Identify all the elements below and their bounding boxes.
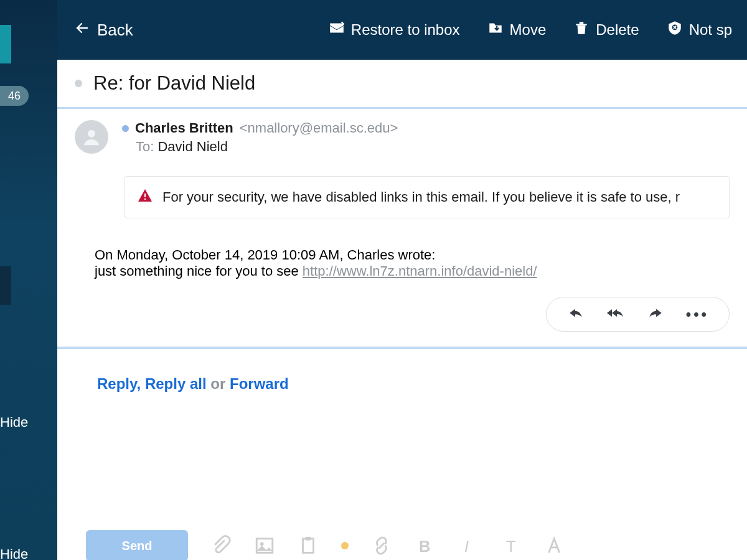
comma-separator: , (137, 375, 141, 392)
email-body: On Monday, October 14, 2019 10:09 AM, Ch… (57, 218, 747, 279)
disabled-link[interactable]: http://www.ln7z.ntnarn.info/david-nield/ (303, 263, 537, 279)
svg-rect-3 (144, 198, 146, 200)
warning-triangle-icon (138, 188, 153, 207)
font-icon[interactable] (545, 535, 566, 556)
image-icon[interactable] (254, 535, 275, 556)
warning-text: For your security, we have disabled link… (162, 189, 680, 205)
more-actions-button[interactable]: ••• (686, 306, 709, 323)
topbar: Back Restore to inbox Move Delete (57, 0, 747, 60)
message-actions-pill: ••• (546, 297, 730, 332)
link-icon[interactable] (371, 535, 392, 556)
status-dot-icon (122, 125, 129, 132)
quote-header: On Monday, October 14, 2019 10:09 AM, Ch… (95, 247, 730, 263)
attachment-icon[interactable] (210, 535, 232, 556)
body-text: just something nice for you to see (95, 263, 303, 279)
svg-point-5 (260, 542, 264, 546)
sender-block: Charles Britten <nmallory@email.sc.edu> … (57, 109, 747, 218)
svg-text:T: T (506, 538, 516, 555)
email-subject: Re: for David Nield (93, 72, 255, 95)
not-spam-button[interactable]: Not sp (667, 20, 732, 40)
send-button[interactable]: Send (86, 530, 188, 560)
trash-icon (573, 20, 590, 40)
sender-email: <nmallory@email.sc.edu> (240, 120, 398, 136)
move-label: Move (510, 21, 547, 39)
sidebar: 46 Hide Hide (0, 0, 57, 560)
reply-link-row: Reply, Reply all or Forward (57, 349, 747, 393)
svg-text:B: B (419, 538, 430, 555)
to-recipient[interactable]: David Nield (157, 139, 228, 154)
forward-icon-button[interactable] (646, 305, 665, 324)
envelope-restore-icon (329, 20, 345, 40)
text-format-icon[interactable]: T (502, 535, 523, 556)
reply-all-link[interactable]: Reply all (145, 375, 207, 392)
svg-point-1 (88, 130, 95, 138)
svg-text:I: I (464, 538, 469, 555)
reply-all-icon-button[interactable] (606, 305, 625, 324)
back-label: Back (97, 21, 133, 40)
reply-link[interactable]: Reply (97, 375, 137, 392)
unread-dot-icon (75, 80, 82, 87)
italic-icon[interactable]: I (458, 535, 479, 556)
not-spam-label: Not sp (689, 21, 732, 39)
delete-button[interactable]: Delete (573, 20, 639, 40)
sidebar-secondary-block (0, 266, 11, 305)
svg-rect-6 (303, 539, 314, 553)
or-text: or (210, 375, 225, 392)
sidebar-count-badge[interactable]: 46 (0, 86, 29, 106)
sidebar-hide-link-1[interactable]: Hide (0, 414, 28, 431)
sidebar-hide-link-2[interactable]: Hide (0, 546, 28, 560)
compose-toolbar: Send B I T (57, 531, 747, 560)
svg-rect-2 (144, 194, 146, 197)
clipboard-icon[interactable] (298, 535, 319, 556)
restore-label: Restore to inbox (351, 21, 460, 39)
sender-name[interactable]: Charles Britten (135, 120, 233, 136)
back-button[interactable]: Back (75, 21, 133, 40)
to-label: To: (136, 139, 154, 154)
shield-x-icon (667, 20, 683, 40)
delete-label: Delete (596, 21, 639, 39)
person-icon (82, 127, 101, 147)
restore-to-inbox-button[interactable]: Restore to inbox (329, 20, 460, 40)
security-warning-banner: For your security, we have disabled link… (125, 176, 730, 218)
bold-icon[interactable]: B (415, 535, 436, 556)
arrow-left-icon (75, 21, 90, 40)
sidebar-accent-block (0, 25, 11, 63)
emoji-icon[interactable] (341, 542, 349, 549)
svg-rect-7 (306, 537, 311, 541)
main-column: Back Restore to inbox Move Delete (57, 0, 747, 560)
move-button[interactable]: Move (487, 20, 547, 40)
folder-move-icon (487, 20, 504, 40)
sender-avatar[interactable] (75, 120, 108, 154)
forward-link[interactable]: Forward (230, 375, 289, 392)
reply-icon-button[interactable] (566, 305, 585, 324)
subject-row: Re: for David Nield (57, 60, 747, 109)
